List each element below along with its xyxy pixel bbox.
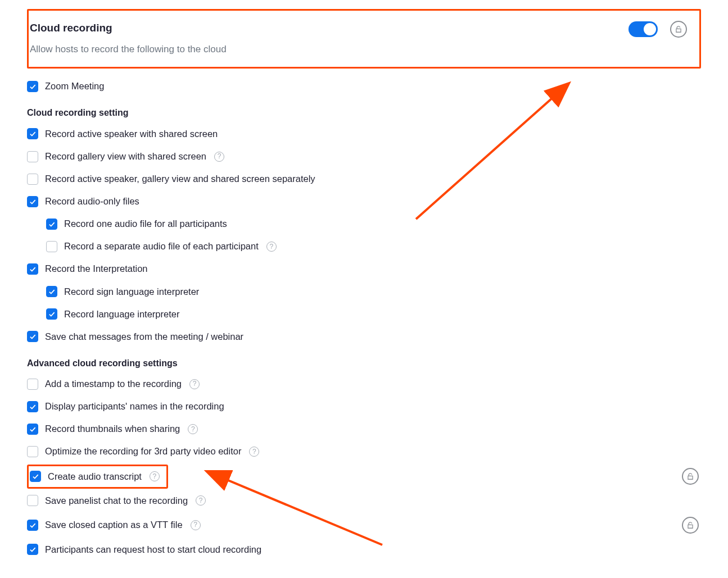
setting-checkbox[interactable] [27,331,38,342]
setting-label: Record active speaker, gallery view and … [45,172,315,185]
setting-checkbox[interactable] [27,495,38,506]
setting-label: Add a timestamp to the recording [45,377,182,390]
setting-label: Participants can request host to start c… [45,543,261,556]
highlight-box: Create audio transcript? [27,465,168,489]
help-icon[interactable]: ? [191,520,201,530]
setting-checkbox[interactable] [46,286,57,297]
setting-checkbox[interactable] [27,401,38,412]
setting-label: Record sign language interpreter [64,285,199,298]
setting-row: Save closed caption as a VTT file? [27,512,701,539]
setting-row: Record a separate audio file of each par… [27,235,701,258]
setting-label: Record active speaker with shared screen [45,128,218,140]
lock-icon[interactable] [670,21,687,38]
setting-row: Record thumbnails when sharing? [27,418,701,440]
setting-row: Save panelist chat to the recording? [27,490,701,512]
setting-checkbox[interactable] [27,446,38,457]
lock-icon[interactable] [682,517,699,534]
setting-row: Record sign language interpreter [27,281,701,303]
setting-row: Create audio transcript? [27,463,701,490]
setting-row: Record one audio file for all participan… [27,213,701,235]
help-icon[interactable]: ? [150,471,160,481]
setting-label: Save panelist chat to the recording [45,494,188,507]
setting-row: Record active speaker with shared screen [27,123,701,145]
cloud-recording-title: Cloud recording [30,21,227,36]
setting-checkbox[interactable] [27,174,38,185]
setting-label: Record language interpreter [64,308,179,321]
setting-label: Create audio transcript [48,470,142,483]
section2-heading: Advanced cloud recording settings [27,348,701,373]
setting-row: Save chat messages from the meeting / we… [27,326,701,348]
setting-row: Optimize the recording for 3rd party vid… [27,440,701,463]
cloud-recording-toggle[interactable] [628,21,658,37]
lock-icon[interactable] [682,468,699,485]
setting-checkbox[interactable] [46,241,57,252]
setting-checkbox[interactable] [27,520,38,531]
setting-label: Save closed caption as a VTT file [45,518,183,531]
setting-label: Display participants' names in the recor… [45,400,224,413]
setting-checkbox[interactable] [30,471,41,482]
setting-row: Record language interpreter [27,303,701,326]
setting-label: Record a separate audio file of each par… [64,240,259,253]
cloud-recording-desc: Allow hosts to record the following to t… [30,43,227,56]
help-icon[interactable]: ? [188,424,198,434]
setting-row: Record active speaker, gallery view and … [27,168,701,190]
setting-row: Participants can request host to start c… [27,539,701,561]
setting-checkbox[interactable] [27,424,38,435]
zoom-meeting-label: Zoom Meeting [45,80,104,93]
setting-row: Create audio transcript? [30,468,160,485]
setting-label: Record thumbnails when sharing [45,422,180,435]
help-icon[interactable]: ? [249,447,259,457]
setting-label: Record one audio file for all participan… [64,217,227,230]
zoom-meeting-checkbox[interactable] [27,81,38,92]
setting-checkbox[interactable] [27,128,38,139]
setting-label: Record gallery view with shared screen [45,150,206,163]
setting-checkbox[interactable] [27,544,38,555]
setting-checkbox[interactable] [27,196,38,207]
setting-label: Record audio-only files [45,195,139,208]
setting-checkbox[interactable] [27,379,38,390]
setting-checkbox[interactable] [46,308,57,320]
help-icon[interactable]: ? [214,152,224,162]
help-icon[interactable]: ? [189,379,200,389]
setting-row: Record audio-only files [27,190,701,213]
help-icon[interactable]: ? [266,242,277,252]
setting-row: Record gallery view with shared screen? [27,145,701,168]
section1-heading: Cloud recording setting [27,98,701,122]
setting-row: Record the Interpretation [27,258,701,280]
setting-label: Optimize the recording for 3rd party vid… [45,445,241,458]
setting-label: Save chat messages from the meeting / we… [45,330,243,343]
setting-checkbox[interactable] [27,151,38,162]
setting-label: Record the Interpretation [45,262,148,275]
help-icon[interactable]: ? [196,495,206,506]
cloud-recording-header: Cloud recording Allow hosts to record th… [27,9,701,69]
setting-row: Display participants' names in the recor… [27,395,701,418]
zoom-meeting-row: Zoom Meeting [27,75,701,98]
setting-checkbox[interactable] [46,219,57,230]
setting-checkbox[interactable] [27,263,38,275]
setting-row: Add a timestamp to the recording? [27,373,701,395]
